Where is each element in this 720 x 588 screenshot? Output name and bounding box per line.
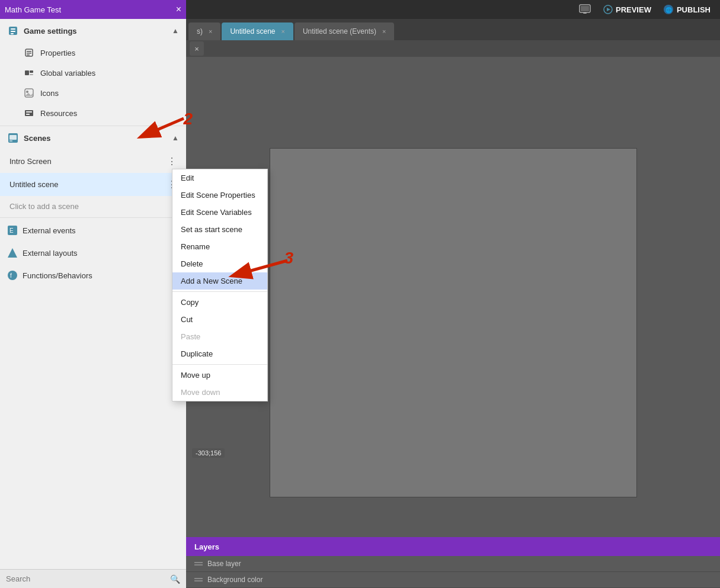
preview-button[interactable]: PREVIEW bbox=[603, 5, 651, 14]
ctx-separator-2 bbox=[172, 364, 267, 365]
ctx-set-start[interactable]: Set as start scene bbox=[172, 221, 267, 238]
scene-item-intro[interactable]: Intro Screen ⋮ bbox=[0, 150, 186, 173]
svg-rect-17 bbox=[30, 74, 33, 75]
ctx-edit[interactable]: Edit bbox=[172, 169, 267, 187]
game-settings-section[interactable]: Game settings ▲ bbox=[0, 19, 186, 43]
tab-untitled-scene[interactable]: Untitled scene × bbox=[222, 23, 293, 40]
ctx-cut[interactable]: Cut bbox=[172, 311, 267, 328]
ctx-rename[interactable]: Rename bbox=[172, 238, 267, 255]
tab-events-label: Untitled scene (Events) bbox=[303, 27, 376, 36]
coordinates-display: -303;156 bbox=[192, 448, 225, 458]
close-button[interactable]: × bbox=[176, 5, 181, 14]
ctx-duplicate[interactable]: Duplicate bbox=[172, 345, 267, 362]
svg-rect-21 bbox=[25, 110, 33, 116]
sidebar-item-properties[interactable]: Properties bbox=[0, 43, 186, 63]
ctx-delete[interactable]: Delete bbox=[172, 255, 267, 272]
publish-label: PUBLISH bbox=[677, 5, 711, 14]
search-input[interactable] bbox=[6, 574, 167, 583]
svg-point-19 bbox=[26, 91, 28, 93]
untitled-scene-label: Untitled scene bbox=[9, 180, 58, 189]
game-settings-icon bbox=[7, 25, 19, 37]
ctx-paste: Paste bbox=[172, 328, 267, 345]
add-scene-button[interactable]: Click to add a scene + bbox=[0, 196, 186, 216]
resources-icon bbox=[24, 108, 34, 118]
layer-handle bbox=[194, 562, 203, 565]
external-layouts-section[interactable]: External layouts › bbox=[0, 242, 186, 264]
scenes-label: Scenes bbox=[24, 134, 51, 143]
device-icon bbox=[578, 3, 591, 16]
scenes-chevron: ▲ bbox=[172, 134, 179, 142]
game-settings-label: Game settings bbox=[24, 27, 77, 36]
svg-rect-25 bbox=[9, 135, 17, 140]
scene-item-untitled[interactable]: Untitled scene ⋮ bbox=[0, 173, 186, 196]
icons-label: Icons bbox=[40, 89, 59, 98]
svg-rect-10 bbox=[11, 33, 14, 34]
svg-rect-1 bbox=[581, 6, 589, 11]
external-events-icon: E bbox=[7, 225, 18, 236]
functions-behaviors-label: Functions/Behaviors bbox=[23, 271, 92, 280]
tab-events[interactable]: Untitled scene (Events) × bbox=[295, 23, 395, 40]
functions-icon: f bbox=[7, 270, 18, 281]
svg-rect-16 bbox=[30, 70, 33, 73]
ctx-add-new-scene[interactable]: Add a New Scene bbox=[172, 272, 267, 290]
intro-screen-label: Intro Screen bbox=[9, 157, 52, 166]
external-layouts-icon bbox=[7, 248, 18, 258]
resources-label: Resources bbox=[40, 109, 77, 118]
svg-text:E: E bbox=[9, 227, 14, 234]
ctx-move-down: Move down bbox=[172, 384, 267, 401]
ctx-separator-1 bbox=[172, 291, 267, 292]
layers-header: Layers bbox=[186, 537, 720, 556]
panel-close-button[interactable]: × bbox=[190, 41, 204, 56]
ctx-move-up[interactable]: Move up bbox=[172, 367, 267, 384]
sidebar-item-resources[interactable]: Resources bbox=[0, 103, 186, 123]
title-bar: Math Game Test × bbox=[0, 0, 186, 19]
tab-events-close[interactable]: × bbox=[382, 28, 386, 35]
game-settings-chevron: ▲ bbox=[172, 27, 179, 35]
search-icon: 🔍 bbox=[170, 574, 180, 584]
add-scene-label: Click to add a scene bbox=[9, 202, 79, 211]
ctx-edit-scene-vars[interactable]: Edit Scene Variables bbox=[172, 204, 267, 221]
svg-rect-23 bbox=[26, 114, 30, 115]
global-variables-label: Global variables bbox=[40, 69, 95, 78]
svg-rect-12 bbox=[27, 51, 31, 52]
external-layouts-label: External layouts bbox=[23, 249, 78, 258]
context-menu: Edit Edit Scene Properties Edit Scene Va… bbox=[172, 169, 268, 401]
search-bar: 🔍 bbox=[0, 569, 186, 588]
ctx-copy[interactable]: Copy bbox=[172, 294, 267, 311]
background-color-row[interactable]: Background color bbox=[186, 572, 720, 588]
layers-panel: Layers Base layer Background color bbox=[186, 537, 720, 588]
svg-rect-13 bbox=[27, 53, 31, 54]
sidebar-item-icons[interactable]: Icons bbox=[0, 83, 186, 103]
svg-rect-14 bbox=[27, 54, 30, 56]
base-layer-label: Base layer bbox=[207, 560, 241, 568]
svg-text:f: f bbox=[10, 272, 12, 279]
svg-rect-9 bbox=[11, 31, 15, 32]
svg-rect-15 bbox=[25, 70, 29, 75]
tab-s[interactable]: s) × bbox=[188, 23, 220, 40]
scenes-icon bbox=[7, 132, 19, 144]
functions-behaviors-section[interactable]: f Functions/Behaviors › bbox=[0, 264, 186, 287]
tab-untitled-close[interactable]: × bbox=[281, 28, 284, 35]
svg-point-30 bbox=[8, 271, 17, 280]
sidebar: Game settings ▲ Properties Global variab… bbox=[0, 19, 186, 569]
sidebar-item-global-variables[interactable]: Global variables bbox=[0, 63, 186, 83]
svg-marker-4 bbox=[607, 8, 610, 11]
ctx-edit-scene-props[interactable]: Edit Scene Properties bbox=[172, 187, 267, 204]
scene-menu-intro[interactable]: ⋮ bbox=[165, 155, 179, 168]
layer-handle-2 bbox=[194, 578, 203, 581]
tab-untitled-label: Untitled scene bbox=[230, 27, 275, 36]
svg-text:🌐: 🌐 bbox=[665, 7, 673, 14]
scenes-section[interactable]: Scenes ▲ bbox=[0, 126, 186, 150]
icons-icon bbox=[24, 88, 34, 98]
background-color-label: Background color bbox=[207, 576, 263, 584]
svg-marker-29 bbox=[8, 248, 17, 258]
global-variables-icon bbox=[24, 68, 34, 78]
svg-rect-26 bbox=[9, 140, 12, 142]
base-layer-row[interactable]: Base layer bbox=[186, 556, 720, 572]
properties-label: Properties bbox=[40, 49, 75, 57]
preview-label: PREVIEW bbox=[616, 5, 651, 14]
tab-s-close[interactable]: × bbox=[209, 28, 212, 35]
tabs-row: s) × Untitled scene × Untitled scene (Ev… bbox=[186, 19, 720, 40]
external-events-section[interactable]: E External events › bbox=[0, 219, 186, 242]
publish-button[interactable]: 🌐 PUBLISH bbox=[663, 4, 711, 15]
